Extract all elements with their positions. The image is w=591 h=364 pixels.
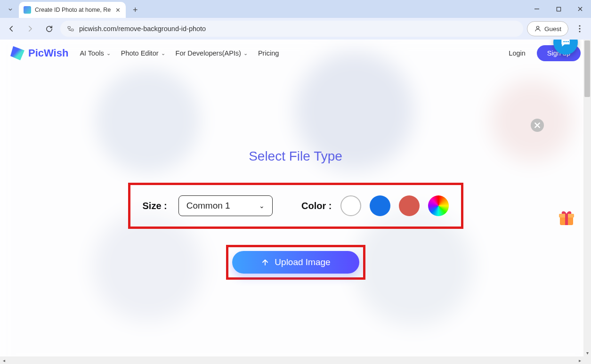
modal-close-button[interactable] — [531, 119, 544, 132]
browser-menu-button[interactable] — [572, 25, 587, 32]
color-swatch-blue[interactable] — [370, 195, 390, 216]
favicon-icon — [24, 6, 31, 14]
forward-button[interactable] — [23, 21, 38, 36]
nav-photo-editor[interactable]: Photo Editor⌄ — [121, 49, 165, 57]
svg-rect-3 — [71, 29, 73, 31]
modal-title: Select File Type — [126, 149, 465, 164]
login-link[interactable]: Login — [509, 49, 525, 57]
page-content: PicWish AI Tools⌄ Photo Editor⌄ For Deve… — [0, 40, 591, 364]
tab-title: Create ID Photo at home, Re — [35, 7, 111, 13]
window-minimize-button[interactable] — [526, 0, 548, 18]
close-icon — [534, 122, 541, 129]
upload-label: Upload Image — [275, 257, 330, 267]
back-button[interactable] — [4, 21, 19, 36]
svg-rect-10 — [565, 214, 568, 225]
scroll-right-arrow-icon[interactable]: ▸ — [576, 356, 583, 364]
chevron-down-icon: ⌄ — [259, 202, 265, 210]
color-swatch-rainbow[interactable] — [428, 195, 449, 216]
tabs-dropdown-button[interactable] — [2, 2, 19, 16]
logo-text: PicWish — [28, 47, 68, 59]
logo[interactable]: PicWish — [10, 46, 68, 60]
svg-rect-2 — [68, 26, 70, 28]
svg-point-6 — [579, 28, 580, 29]
nav-label: Pricing — [258, 49, 279, 57]
url-text: picwish.com/remove-background-id-photo — [79, 25, 517, 32]
guest-label: Guest — [544, 25, 561, 32]
site-header: PicWish AI Tools⌄ Photo Editor⌄ For Deve… — [0, 40, 591, 67]
browser-tab-strip: Create ID Photo at home, Re ✕ + — [0, 0, 591, 18]
browser-tab[interactable]: Create ID Photo at home, Re ✕ — [19, 2, 126, 18]
nav-ai-tools[interactable]: AI Tools⌄ — [80, 49, 110, 57]
svg-point-12 — [566, 41, 567, 42]
size-label: Size : — [143, 201, 167, 211]
chevron-down-icon: ⌄ — [161, 50, 165, 57]
svg-point-11 — [563, 41, 565, 42]
reload-button[interactable] — [41, 21, 57, 36]
upload-highlight-box: Upload Image — [226, 245, 365, 280]
svg-point-4 — [536, 26, 539, 29]
chat-icon — [559, 40, 572, 49]
address-bar[interactable]: picwish.com/remove-background-id-photo — [60, 21, 523, 37]
main-nav: AI Tools⌄ Photo Editor⌄ For Developers(A… — [80, 49, 279, 57]
upload-icon — [260, 258, 270, 267]
size-dropdown[interactable]: Common 1 ⌄ — [178, 195, 273, 216]
chevron-down-icon: ⌄ — [243, 50, 248, 57]
size-value: Common 1 — [186, 201, 230, 211]
nav-pricing[interactable]: Pricing — [258, 49, 279, 57]
window-controls — [526, 0, 591, 18]
logo-icon — [10, 46, 24, 60]
svg-point-7 — [579, 31, 580, 32]
svg-point-13 — [567, 41, 569, 42]
chevron-down-icon: ⌄ — [106, 50, 111, 57]
vertical-scrollbar[interactable]: ▾ — [583, 40, 591, 356]
color-label: Color : — [301, 201, 332, 211]
nav-label: For Developers(APIs) — [176, 49, 241, 57]
new-tab-button[interactable]: + — [129, 3, 142, 16]
horizontal-scrollbar[interactable]: ◂ ▸ — [0, 356, 583, 364]
browser-toolbar: picwish.com/remove-background-id-photo G… — [0, 18, 591, 40]
scrollbar-corner — [583, 356, 591, 364]
svg-point-5 — [579, 25, 580, 26]
user-icon — [534, 25, 542, 32]
svg-rect-1 — [557, 7, 560, 11]
file-type-modal: Select File Type Size : Common 1 ⌄ Color… — [126, 149, 465, 280]
scroll-down-arrow-icon[interactable]: ▾ — [583, 349, 591, 356]
window-maximize-button[interactable] — [548, 0, 569, 18]
gift-promo-icon[interactable] — [557, 208, 576, 227]
options-highlight-box: Size : Common 1 ⌄ Color : — [128, 183, 463, 229]
site-settings-icon[interactable] — [67, 25, 74, 32]
nav-label: AI Tools — [80, 49, 104, 57]
window-close-button[interactable] — [569, 0, 591, 18]
upload-image-button[interactable]: Upload Image — [232, 251, 359, 274]
tab-close-icon[interactable]: ✕ — [114, 7, 121, 13]
profile-guest-button[interactable]: Guest — [527, 21, 568, 36]
color-swatch-red[interactable] — [399, 195, 420, 216]
color-options: Color : — [301, 195, 448, 216]
scroll-left-arrow-icon[interactable]: ◂ — [0, 356, 8, 364]
nav-developers[interactable]: For Developers(APIs)⌄ — [176, 49, 248, 57]
color-swatch-white[interactable] — [340, 195, 361, 216]
nav-label: Photo Editor — [121, 49, 159, 57]
